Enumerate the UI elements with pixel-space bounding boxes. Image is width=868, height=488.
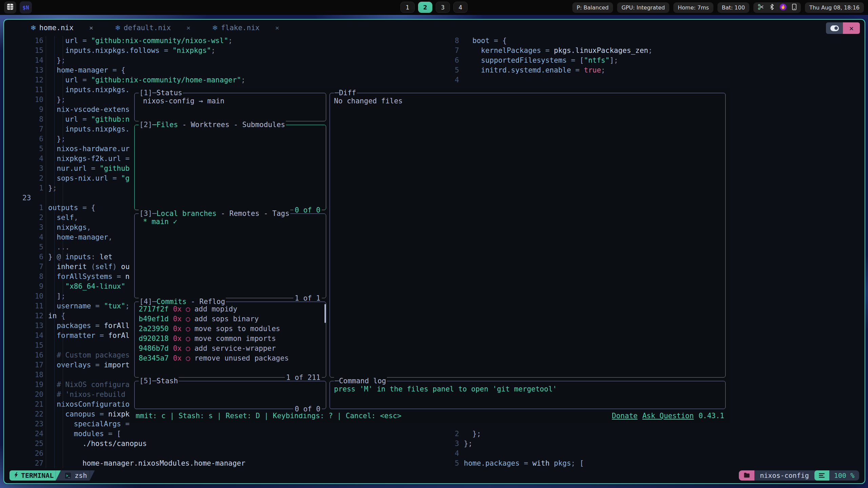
line-number: 12 (8, 311, 43, 321)
nix-logo-button[interactable]: $N (20, 1, 32, 14)
code-line: 3}; (424, 439, 861, 449)
code-line: 26 (8, 449, 449, 459)
code-line: 13 home-manager = { (8, 65, 449, 75)
lazygit-version: 0.43.1 (698, 412, 724, 420)
line-number: 3 (8, 223, 43, 232)
commit-row[interactable]: d920218 0x ○ move common imports (139, 334, 322, 344)
shell-tab-chip[interactable]: >_ zsh (56, 470, 90, 481)
lazygit-status-panel[interactable]: nixos-config → main [1]─Status (134, 93, 326, 121)
nix-snowflake-icon: ❄ (115, 24, 121, 32)
branch-row[interactable]: * main ✓ (139, 218, 177, 226)
keybindings-text: mmit: c | Stash: s | Reset: D | Keybindi… (136, 412, 401, 420)
workspace-button-1[interactable]: 1 (400, 2, 415, 13)
buffer-tab-default.nix[interactable]: ❄default.nix× (115, 24, 191, 32)
line-number: 13 (8, 321, 43, 331)
close-icon: × (849, 24, 853, 33)
code-line: 24 modules = [ (8, 429, 449, 439)
code-line: 6 supportedFilesystems = ["ntfs"]; (424, 56, 861, 65)
lazygit-branches-panel[interactable]: * main ✓ [3]─Local branches - Remotes - … (134, 214, 326, 298)
terminal-status-bar: TERMINAL >_ zsh nixos-config (4, 468, 865, 483)
bolt-icon (14, 471, 18, 480)
line-number: 5 (424, 459, 459, 468)
status-chip-gpu[interactable]: GPU: Integrated (617, 2, 669, 13)
status-chip-power-profile[interactable]: P: Balanced (572, 2, 613, 13)
commit-row[interactable]: 2a23950 0x ○ move sops to modules (139, 324, 322, 334)
line-number: 7 (8, 124, 43, 134)
line-number: 20 (8, 390, 43, 400)
ask-question-link[interactable]: Ask Question (642, 412, 694, 420)
line-number: 1 (8, 203, 43, 213)
bluetooth-icon[interactable] (770, 4, 774, 12)
code-line: 8 boot = { (424, 36, 861, 46)
tab-close-icon[interactable]: × (89, 24, 93, 32)
repo-folder-chip[interactable] (739, 470, 754, 481)
commits-scrollbar[interactable] (324, 304, 326, 323)
system-tray (753, 2, 801, 13)
terminal-mode-chip[interactable]: TERMINAL (9, 470, 56, 481)
lazygit-diff-panel[interactable]: No changed files ─Diff (330, 93, 726, 378)
nix-logo-text: $N (22, 4, 29, 11)
line-number: 4 (8, 232, 43, 242)
line-number: 5 (424, 65, 459, 75)
window-close-button[interactable]: × (843, 22, 860, 34)
lazygit-command-log-panel[interactable]: press 'M' in the files panel to open 'gi… (330, 381, 726, 409)
line-number: 12 (8, 75, 43, 85)
lazygit-commits-panel[interactable]: 2717f2f 0x ○ add mopidyb49ef1d 0x ○ add … (134, 302, 326, 378)
panel-title: ─Diff (334, 88, 357, 97)
line-number: 7 (424, 46, 459, 56)
code-line: 5home.packages = with pkgs; [ (424, 459, 861, 468)
clock[interactable]: Thu Aug 08, 18:16 (805, 2, 864, 13)
folder-icon (744, 471, 750, 480)
window-toggle-button[interactable] (826, 22, 843, 34)
code-line: 25 ./hosts/canopus (8, 439, 449, 449)
nix-snowflake-icon: ❄ (31, 24, 36, 32)
lazygit-files-panel[interactable]: [2]─Files - Worktrees - Submodules0 of 0 (134, 125, 326, 210)
line-number: 3 (8, 164, 43, 174)
line-number: 13 (8, 65, 43, 75)
line-number: 14 (8, 56, 43, 65)
line-number: 5 (8, 242, 43, 252)
buffer-tab-flake.nix[interactable]: ❄flake.nix× (212, 24, 279, 32)
status-chip-home-latency[interactable]: Home: 7ms (673, 2, 713, 13)
tab-close-icon[interactable]: × (186, 24, 191, 32)
workspace-switcher: 1234 (400, 2, 468, 13)
buffer-tab-home.nix[interactable]: ❄home.nix× (31, 24, 93, 32)
code-line: 2 }; (424, 429, 861, 439)
line-number: 6 (8, 134, 43, 144)
line-number: 15 (8, 341, 43, 350)
status-chip-battery[interactable]: Bat: 100 (717, 2, 749, 13)
line-number: 4 (424, 75, 459, 85)
code-line: 12 url = "github:nix-community/home-mana… (8, 75, 449, 85)
workspace-button-2[interactable]: 2 (418, 2, 432, 13)
phone-icon[interactable] (792, 4, 796, 12)
commit-row[interactable]: 8e345a7 0x ○ remove unused packages (139, 353, 322, 363)
line-number: 24 (8, 429, 43, 439)
app-launcher-button[interactable] (4, 1, 16, 14)
scissors-icon[interactable] (758, 4, 764, 12)
commit-row[interactable]: 9486b7d 0x ○ add service-wrapper (139, 344, 322, 353)
line-number: 10 (8, 291, 43, 301)
donate-link[interactable]: Donate (612, 412, 638, 420)
tab-close-icon[interactable]: × (275, 24, 279, 32)
line-number: 5 (8, 144, 43, 154)
line-number: 9 (8, 105, 43, 115)
commit-row[interactable]: b49ef1d 0x ○ add sops binary (139, 314, 322, 324)
scroll-percent: 100 % (829, 470, 859, 481)
flame-icon[interactable] (780, 3, 787, 12)
command-log-content: press 'M' in the files panel to open 'gi… (334, 385, 557, 393)
line-number: 2 (424, 429, 459, 439)
repo-name-chip[interactable]: nixos-config (754, 470, 814, 481)
scroll-position-chip[interactable] (814, 470, 829, 481)
workspace-button-4[interactable]: 4 (453, 2, 468, 13)
workspace-button-3[interactable]: 3 (436, 2, 450, 13)
line-number: 8 (8, 115, 43, 124)
panel-item-count: 0 of 0 (293, 405, 322, 413)
code-line: 14 }; (8, 56, 449, 65)
panel-title: [3]─Local branches - Remotes - Tags (139, 209, 290, 218)
lazygit-stash-panel[interactable]: [5]─Stash0 of 0 (134, 381, 326, 409)
line-number: 22 (8, 409, 43, 419)
code-line: 15 inputs.nixpkgs.follows = "nixpkgs"; (8, 46, 449, 56)
line-number: 16 (8, 36, 43, 46)
repo-branch-status: nixos-config → main (139, 97, 224, 105)
line-number: 9 (8, 282, 43, 291)
